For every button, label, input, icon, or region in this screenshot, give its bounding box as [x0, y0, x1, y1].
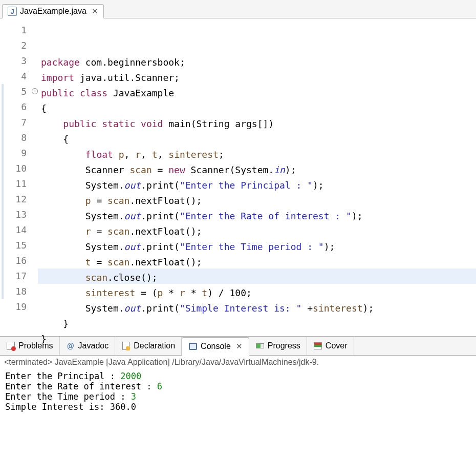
- line-number: 14: [5, 222, 30, 238]
- line-number: 6: [5, 99, 30, 115]
- line-number-gutter: 12345678910111213141516171819: [5, 18, 32, 336]
- editor-tab-label: JavaExample.java: [20, 7, 86, 16]
- code-line[interactable]: import java.util.Scanner;: [41, 70, 476, 86]
- code-line[interactable]: Scanner scan = new Scanner(System.in);: [41, 162, 476, 178]
- console-line: Enter the Rate of interest : 6: [5, 381, 471, 391]
- line-number: 12: [5, 192, 30, 207]
- code-line[interactable]: package com.beginnersbook;: [41, 55, 476, 70]
- code-area[interactable]: package com.beginnersbook;import java.ut…: [38, 18, 476, 336]
- method-range-bar: [2, 84, 4, 299]
- folding-range-strip: [0, 18, 5, 336]
- code-line[interactable]: System.out.print("Enter the Time period …: [41, 239, 476, 255]
- code-line[interactable]: public class JavaExample: [41, 86, 476, 101]
- code-line[interactable]: System.out.print("Enter the Rate of inte…: [41, 209, 476, 224]
- code-line[interactable]: sinterest = (p * r * t) / 100;: [41, 285, 476, 301]
- code-line[interactable]: public static void main(String args[]): [41, 116, 476, 132]
- code-line[interactable]: r = scan.nextFloat();: [41, 224, 476, 239]
- console-output[interactable]: Enter the Principal : 2000Enter the Rate…: [0, 368, 476, 415]
- code-line[interactable]: System.out.print("Simple Interest is: " …: [41, 301, 476, 316]
- line-number: 3: [5, 53, 30, 69]
- line-number: 11: [5, 176, 30, 192]
- line-number: 16: [5, 253, 30, 268]
- code-line[interactable]: float p, r, t, sinterest;: [41, 147, 476, 162]
- line-number: 18: [5, 284, 30, 299]
- code-line[interactable]: t = scan.nextFloat();: [41, 255, 476, 270]
- code-line[interactable]: p = scan.nextFloat();: [41, 193, 476, 209]
- code-line[interactable]: }: [41, 332, 476, 347]
- line-number: 15: [5, 238, 30, 253]
- code-line[interactable]: }: [41, 316, 476, 332]
- editor-tabbar: J JavaExample.java ✕: [0, 0, 476, 18]
- code-line[interactable]: {: [41, 101, 476, 116]
- java-file-icon: J: [8, 7, 17, 16]
- line-number: 7: [5, 115, 30, 130]
- line-number: 13: [5, 207, 30, 222]
- line-number: 10: [5, 161, 30, 176]
- console-line: Enter the Time period : 3: [5, 391, 471, 402]
- code-line[interactable]: System.out.print("Enter the Principal : …: [41, 178, 476, 193]
- close-icon[interactable]: ✕: [90, 7, 98, 16]
- fold-toggle-icon[interactable]: −: [32, 88, 38, 94]
- fold-strip: −: [32, 18, 38, 336]
- console-line: Enter the Principal : 2000: [5, 371, 471, 381]
- line-number: 2: [5, 38, 30, 53]
- line-number: 4: [5, 69, 30, 84]
- line-number: 17: [5, 268, 30, 284]
- code-line[interactable]: scan.close();: [41, 270, 476, 285]
- editor-tab-active[interactable]: J JavaExample.java ✕: [2, 4, 104, 18]
- line-number: 5: [5, 84, 30, 99]
- line-number: 9: [5, 146, 30, 161]
- console-line: Simple Interest is: 360.0: [5, 402, 471, 412]
- problems-icon: [6, 341, 15, 350]
- line-number: 19: [5, 299, 30, 315]
- line-number: 1: [5, 23, 30, 38]
- code-editor[interactable]: 12345678910111213141516171819 − package …: [0, 18, 476, 336]
- line-number: 8: [5, 130, 30, 146]
- code-line[interactable]: {: [41, 132, 476, 147]
